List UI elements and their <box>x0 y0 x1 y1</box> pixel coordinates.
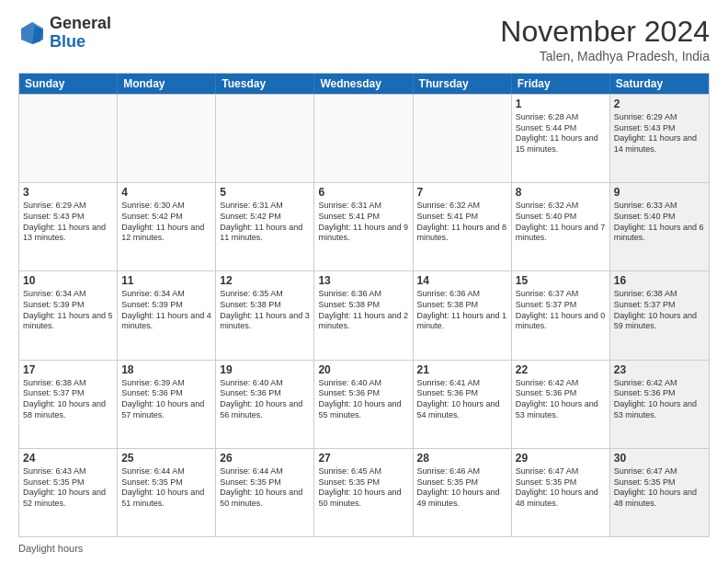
week-row-4: 17Sunrise: 6:38 AM Sunset: 5:37 PM Dayli… <box>19 360 709 448</box>
day-cell-7: 7Sunrise: 6:32 AM Sunset: 5:41 PM Daylig… <box>414 183 512 270</box>
day-cell-1: 1Sunrise: 6:28 AM Sunset: 5:44 PM Daylig… <box>512 95 610 182</box>
day-info: Sunrise: 6:44 AM Sunset: 5:35 PM Dayligh… <box>220 466 310 510</box>
day-number: 5 <box>220 186 310 199</box>
empty-cell <box>19 95 118 182</box>
day-number: 14 <box>417 274 507 287</box>
day-info: Sunrise: 6:35 AM Sunset: 5:38 PM Dayligh… <box>220 289 310 332</box>
day-info: Sunrise: 6:43 AM Sunset: 5:35 PM Dayligh… <box>23 466 113 510</box>
day-info: Sunrise: 6:29 AM Sunset: 5:43 PM Dayligh… <box>23 201 113 244</box>
day-cell-26: 26Sunrise: 6:44 AM Sunset: 5:35 PM Dayli… <box>216 449 314 536</box>
day-info: Sunrise: 6:29 AM Sunset: 5:43 PM Dayligh… <box>614 112 705 155</box>
day-cell-14: 14Sunrise: 6:36 AM Sunset: 5:38 PM Dayli… <box>414 271 512 359</box>
day-info: Sunrise: 6:31 AM Sunset: 5:42 PM Dayligh… <box>220 201 310 244</box>
day-number: 9 <box>614 186 705 199</box>
week-row-3: 10Sunrise: 6:34 AM Sunset: 5:39 PM Dayli… <box>19 270 709 359</box>
day-info: Sunrise: 6:28 AM Sunset: 5:44 PM Dayligh… <box>516 112 606 155</box>
day-info: Sunrise: 6:47 AM Sunset: 5:35 PM Dayligh… <box>614 466 705 510</box>
day-number: 27 <box>318 452 408 465</box>
logo-blue: Blue <box>50 33 111 52</box>
header-day-wednesday: Wednesday <box>314 74 413 94</box>
day-info: Sunrise: 6:34 AM Sunset: 5:39 PM Dayligh… <box>23 289 113 332</box>
empty-cell <box>414 95 512 182</box>
day-cell-23: 23Sunrise: 6:42 AM Sunset: 5:36 PM Dayli… <box>610 361 709 448</box>
day-cell-10: 10Sunrise: 6:34 AM Sunset: 5:39 PM Dayli… <box>19 271 118 359</box>
day-info: Sunrise: 6:30 AM Sunset: 5:42 PM Dayligh… <box>121 201 211 244</box>
day-info: Sunrise: 6:32 AM Sunset: 5:41 PM Dayligh… <box>417 201 507 244</box>
day-cell-25: 25Sunrise: 6:44 AM Sunset: 5:35 PM Dayli… <box>118 449 216 536</box>
header-day-sunday: Sunday <box>19 74 118 94</box>
day-number: 3 <box>23 186 113 199</box>
day-cell-2: 2Sunrise: 6:29 AM Sunset: 5:43 PM Daylig… <box>610 95 709 182</box>
day-cell-24: 24Sunrise: 6:43 AM Sunset: 5:35 PM Dayli… <box>19 449 118 536</box>
header-day-monday: Monday <box>118 74 216 94</box>
day-info: Sunrise: 6:36 AM Sunset: 5:38 PM Dayligh… <box>318 289 408 332</box>
header-day-thursday: Thursday <box>414 74 512 94</box>
day-number: 15 <box>516 274 606 287</box>
header-day-friday: Friday <box>512 74 610 94</box>
logo-text: General Blue <box>50 15 111 52</box>
day-info: Sunrise: 6:38 AM Sunset: 5:37 PM Dayligh… <box>23 378 113 421</box>
header-day-tuesday: Tuesday <box>216 74 314 94</box>
day-number: 28 <box>417 452 507 465</box>
header: General Blue November 2024 Talen, Madhya… <box>18 15 710 63</box>
day-number: 13 <box>318 274 408 287</box>
empty-cell <box>314 95 413 182</box>
empty-cell <box>216 95 314 182</box>
day-number: 20 <box>318 363 408 376</box>
day-cell-8: 8Sunrise: 6:32 AM Sunset: 5:40 PM Daylig… <box>512 183 610 270</box>
day-number: 1 <box>516 98 606 110</box>
month-title: November 2024 <box>500 15 710 49</box>
day-info: Sunrise: 6:40 AM Sunset: 5:36 PM Dayligh… <box>220 378 310 421</box>
day-number: 8 <box>516 186 606 199</box>
day-number: 21 <box>417 363 507 376</box>
day-info: Sunrise: 6:42 AM Sunset: 5:36 PM Dayligh… <box>516 378 606 421</box>
calendar-header: SundayMondayTuesdayWednesdayThursdayFrid… <box>19 74 709 94</box>
day-number: 19 <box>220 363 310 376</box>
page: General Blue November 2024 Talen, Madhya… <box>0 0 728 563</box>
title-area: November 2024 Talen, Madhya Pradesh, Ind… <box>500 15 710 63</box>
calendar-body: 1Sunrise: 6:28 AM Sunset: 5:44 PM Daylig… <box>19 94 709 536</box>
day-cell-4: 4Sunrise: 6:30 AM Sunset: 5:42 PM Daylig… <box>118 183 216 270</box>
day-cell-12: 12Sunrise: 6:35 AM Sunset: 5:38 PM Dayli… <box>216 271 314 359</box>
day-info: Sunrise: 6:39 AM Sunset: 5:36 PM Dayligh… <box>121 378 211 421</box>
day-cell-5: 5Sunrise: 6:31 AM Sunset: 5:42 PM Daylig… <box>216 183 314 270</box>
day-cell-29: 29Sunrise: 6:47 AM Sunset: 5:35 PM Dayli… <box>512 449 610 536</box>
day-cell-19: 19Sunrise: 6:40 AM Sunset: 5:36 PM Dayli… <box>216 361 314 448</box>
day-info: Sunrise: 6:32 AM Sunset: 5:40 PM Dayligh… <box>516 201 606 244</box>
day-cell-9: 9Sunrise: 6:33 AM Sunset: 5:40 PM Daylig… <box>610 183 709 270</box>
day-number: 10 <box>23 274 113 287</box>
day-number: 17 <box>23 363 113 376</box>
location-subtitle: Talen, Madhya Pradesh, India <box>500 49 710 63</box>
day-number: 26 <box>220 452 310 465</box>
header-day-saturday: Saturday <box>610 74 709 94</box>
day-cell-6: 6Sunrise: 6:31 AM Sunset: 5:41 PM Daylig… <box>314 183 413 270</box>
day-cell-11: 11Sunrise: 6:34 AM Sunset: 5:39 PM Dayli… <box>118 271 216 359</box>
empty-cell <box>118 95 216 182</box>
day-info: Sunrise: 6:33 AM Sunset: 5:40 PM Dayligh… <box>614 201 705 244</box>
day-number: 7 <box>417 186 507 199</box>
calendar: SundayMondayTuesdayWednesdayThursdayFrid… <box>18 73 710 537</box>
day-info: Sunrise: 6:44 AM Sunset: 5:35 PM Dayligh… <box>121 466 211 510</box>
day-number: 2 <box>614 98 705 110</box>
day-cell-17: 17Sunrise: 6:38 AM Sunset: 5:37 PM Dayli… <box>19 361 118 448</box>
day-info: Sunrise: 6:41 AM Sunset: 5:36 PM Dayligh… <box>417 378 507 421</box>
day-number: 4 <box>121 186 211 199</box>
day-cell-18: 18Sunrise: 6:39 AM Sunset: 5:36 PM Dayli… <box>118 361 216 448</box>
day-cell-15: 15Sunrise: 6:37 AM Sunset: 5:37 PM Dayli… <box>512 271 610 359</box>
day-cell-21: 21Sunrise: 6:41 AM Sunset: 5:36 PM Dayli… <box>414 361 512 448</box>
day-info: Sunrise: 6:40 AM Sunset: 5:36 PM Dayligh… <box>318 378 408 421</box>
week-row-1: 1Sunrise: 6:28 AM Sunset: 5:44 PM Daylig… <box>19 94 709 182</box>
day-info: Sunrise: 6:45 AM Sunset: 5:35 PM Dayligh… <box>318 466 408 510</box>
day-info: Sunrise: 6:36 AM Sunset: 5:38 PM Dayligh… <box>417 289 507 332</box>
day-info: Sunrise: 6:47 AM Sunset: 5:35 PM Dayligh… <box>516 466 606 510</box>
day-cell-28: 28Sunrise: 6:46 AM Sunset: 5:35 PM Dayli… <box>414 449 512 536</box>
day-cell-20: 20Sunrise: 6:40 AM Sunset: 5:36 PM Dayli… <box>314 361 413 448</box>
day-number: 23 <box>614 363 705 376</box>
day-info: Sunrise: 6:31 AM Sunset: 5:41 PM Dayligh… <box>318 201 408 244</box>
day-cell-27: 27Sunrise: 6:45 AM Sunset: 5:35 PM Dayli… <box>314 449 413 536</box>
logo: General Blue <box>18 15 111 52</box>
day-info: Sunrise: 6:38 AM Sunset: 5:37 PM Dayligh… <box>614 289 705 332</box>
day-info: Sunrise: 6:46 AM Sunset: 5:35 PM Dayligh… <box>417 466 507 510</box>
day-number: 29 <box>516 452 606 465</box>
day-cell-22: 22Sunrise: 6:42 AM Sunset: 5:36 PM Dayli… <box>512 361 610 448</box>
